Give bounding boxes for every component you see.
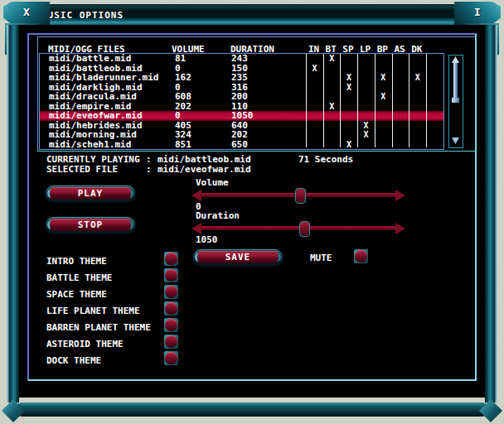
selected-file-value: midi/eveofwar.mid	[158, 164, 251, 175]
column-divider	[340, 54, 341, 147]
flag-mark-lp: X	[357, 121, 375, 131]
scrollbar-down-arrow-icon[interactable]	[452, 137, 459, 144]
table-row[interactable]: midi/morning.mid324202	[40, 130, 443, 140]
cell-file: midi/dracula.mid	[49, 92, 137, 102]
checkbox-fill	[165, 352, 177, 364]
flag-mark-sp: X	[340, 83, 357, 93]
theme-label-asteroid-theme: ASTEROID THEME	[46, 339, 124, 349]
cell-duration: 200	[231, 92, 248, 102]
volume-decrease-arrow-icon[interactable]	[191, 190, 201, 201]
flag-mark-in: X	[306, 64, 323, 74]
cell-file: midi/bladerunner.mid	[49, 73, 158, 83]
cell-duration: 243	[231, 54, 248, 64]
duration-value: 1050	[196, 234, 218, 245]
stop-button[interactable]: STOP	[46, 217, 135, 234]
music-options-window: MUSIC OPTIONS X I MIDI/OGG FILES VOLUME …	[0, 0, 504, 424]
play-button[interactable]: PLAY	[46, 186, 135, 202]
flag-mark-dk: X	[409, 73, 426, 83]
checkbox-fill	[165, 335, 177, 348]
info-icon: I	[474, 6, 481, 18]
duration-decrease-arrow-icon[interactable]	[191, 223, 201, 234]
currently-playing-line: CURRENTLY PLAYING : midi/battleob.mid 71…	[46, 154, 444, 164]
play-button-label: PLAY	[46, 188, 135, 199]
scrollbar-thumb[interactable]	[453, 63, 458, 98]
cell-volume: 0	[175, 111, 181, 121]
theme-label-life-planet-theme: LIFE PLANET THEME	[46, 306, 140, 316]
frame-left-bar	[7, 25, 19, 402]
table-row[interactable]: midi/scheh1.mid851650	[40, 140, 443, 150]
duration-slider-handle[interactable]	[299, 221, 310, 237]
separator: :	[146, 164, 152, 175]
volume-slider-handle[interactable]	[295, 188, 306, 204]
frame-right-bar	[485, 25, 497, 402]
table-row[interactable]: midi/battle.mid81243	[40, 54, 443, 64]
flag-mark-lp: X	[357, 130, 375, 140]
table-row-selected[interactable]: midi/eveofwar.mid01050	[40, 111, 443, 121]
theme-label-barren-planet-theme: BARREN PLANET THEME	[46, 322, 151, 333]
theme-label-space-theme: SPACE THEME	[46, 289, 107, 300]
theme-label-battle-theme: BATTLE THEME	[46, 272, 112, 283]
scrollbar-thumb-base[interactable]	[452, 98, 459, 103]
title-bar: MUSIC OPTIONS	[30, 4, 456, 26]
cell-volume: 162	[175, 73, 191, 83]
cell-volume: 81	[175, 54, 186, 64]
file-list: midi/battle.mid81243Xmidi/battleob.mid01…	[39, 53, 444, 150]
flag-mark-bt: X	[323, 102, 341, 112]
cell-file: midi/scheh1.mid	[49, 140, 131, 150]
selected-file-line: SELECTED FILE : midi/eveofwar.mid	[46, 164, 444, 174]
volume-slider-label: Volume	[196, 177, 229, 188]
stop-button-label: STOP	[46, 219, 135, 230]
cell-duration: 650	[231, 140, 248, 150]
theme-checkbox-dock-theme[interactable]	[164, 351, 178, 365]
theme-checkbox-life-planet-theme[interactable]	[164, 301, 178, 316]
close-icon: X	[23, 6, 30, 18]
window-title: MUSIC OPTIONS	[41, 10, 124, 21]
theme-checkbox-space-theme[interactable]	[164, 285, 178, 299]
checkbox-fill	[355, 250, 367, 263]
save-button-label: SAVE	[193, 252, 283, 263]
duration-increase-arrow-icon[interactable]	[395, 223, 405, 234]
theme-checkbox-asteroid-theme[interactable]	[164, 335, 178, 349]
flag-mark-bp: X	[375, 92, 392, 102]
duration-slider-track[interactable]	[201, 226, 395, 230]
checkbox-fill	[165, 253, 177, 265]
file-list-scrollbar[interactable]	[448, 55, 463, 148]
cell-duration: 235	[231, 73, 248, 83]
cell-file: midi/battle.mid	[49, 54, 131, 64]
cell-volume: 608	[175, 92, 191, 102]
checkbox-fill	[165, 286, 177, 298]
mute-label: MUTE	[310, 253, 332, 263]
checkbox-fill	[165, 319, 177, 331]
column-divider	[409, 54, 410, 147]
theme-label-dock-theme: DOCK THEME	[46, 355, 101, 366]
flag-mark-bt: X	[323, 54, 341, 64]
duration-slider-label: Duration	[196, 210, 240, 221]
scrollbar-up-arrow-icon[interactable]	[452, 56, 459, 63]
theme-checkbox-barren-planet-theme[interactable]	[164, 318, 178, 332]
mute-checkbox[interactable]	[354, 249, 368, 263]
column-divider	[426, 54, 427, 147]
cell-file: midi/morning.mid	[49, 130, 137, 140]
save-button[interactable]: SAVE	[193, 249, 283, 266]
cell-duration: 202	[231, 130, 248, 140]
checkbox-fill	[165, 302, 177, 315]
cell-duration: 1050	[231, 111, 254, 121]
frame-bottom-bar	[15, 402, 489, 417]
flag-mark-bp: X	[375, 73, 392, 83]
theme-checkbox-battle-theme[interactable]	[164, 268, 178, 282]
theme-checkbox-intro-theme[interactable]	[164, 252, 178, 266]
selected-file-label: SELECTED FILE	[46, 164, 118, 175]
flag-mark-sp: X	[340, 140, 357, 150]
cell-volume: 324	[175, 130, 191, 140]
checkbox-fill	[165, 269, 177, 282]
theme-label-intro-theme: INTRO THEME	[46, 256, 107, 267]
cell-file: midi/eveofwar.mid	[49, 111, 143, 121]
volume-increase-arrow-icon[interactable]	[395, 190, 405, 201]
flag-mark-sp: X	[340, 73, 357, 83]
cell-volume: 851	[175, 140, 191, 150]
